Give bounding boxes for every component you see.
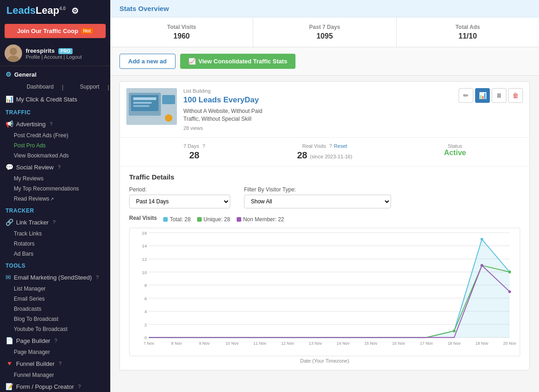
traffic-details: Traffic Details Period: Today Past 7 Day… <box>120 167 529 370</box>
read-reviews-link[interactable]: Read Reviews ↗ <box>0 194 110 204</box>
real-visits-legend-label: Real Visits <box>129 215 157 221</box>
unique-legend-item: Unique: 28 <box>197 216 230 223</box>
real-visits-help-icon[interactable]: ? <box>329 143 332 149</box>
ad-card: List Building 100 Leads EveryDay Without… <box>119 81 530 370</box>
blog-broadcast-link[interactable]: Blog To Broadcast <box>0 314 110 324</box>
sidebar: LeadsLeap4.0 ⚙ Join Our Traffic Coop Hot… <box>0 0 110 392</box>
sidebar-item-link-tracker[interactable]: 🔗 Link Tracker ? <box>0 216 110 229</box>
svg-text:14: 14 <box>142 243 148 248</box>
svg-point-50 <box>508 290 511 293</box>
support-link[interactable]: Support <box>66 82 105 92</box>
chart-container: 02468101214167 Nov8 Nov9 Nov10 Nov11 Nov… <box>129 228 520 356</box>
7-days-stat: 7 Days ? 28 <box>129 143 260 161</box>
edit-ad-button[interactable]: ✏ <box>459 88 473 103</box>
svg-point-10 <box>165 114 172 122</box>
svg-text:13 Nov: 13 Nov <box>309 341 322 346</box>
svg-text:4: 4 <box>144 309 147 314</box>
sidebar-item-page-builder[interactable]: 📄 Page Builder ? <box>0 334 110 347</box>
sidebar-item-form-popup[interactable]: 📝 Form / Popup Creator ? <box>0 380 110 392</box>
status-stat: Status Active <box>390 143 520 161</box>
view-traffic-button[interactable]: 📈 View Consolidated Traffic Stats <box>180 54 295 69</box>
advertising-help[interactable]: ? <box>50 121 52 127</box>
user-info: freespirits PRO Profile | Account | Logo… <box>26 47 106 60</box>
period-select[interactable]: Today Past 7 Days Past 14 Days Past 30 D… <box>129 195 230 208</box>
youtube-broadcast-link[interactable]: Youtube To Broadcast <box>0 324 110 334</box>
past-7-days-cell: Past 7 Days 1095 <box>253 17 396 47</box>
dashboard-link[interactable]: Dashboard <box>13 82 59 92</box>
top-recommendations-link[interactable]: My Top Recommendations <box>0 184 110 194</box>
account-link[interactable]: Account <box>44 54 62 60</box>
total-legend-item: Total: 28 <box>163 216 190 223</box>
svg-point-49 <box>481 264 483 267</box>
svg-text:7 Nov: 7 Nov <box>143 341 154 346</box>
real-visits-value: 28 (since 2023-11-16) <box>260 150 390 161</box>
rotators-link[interactable]: Rotators <box>0 239 110 249</box>
chart-icon: 📈 <box>188 58 196 65</box>
sidebar-item-social-review[interactable]: 💬 Social Review ? <box>0 161 110 174</box>
advertising-icon: 📢 <box>6 120 13 128</box>
broadcasts-link[interactable]: Broadcasts <box>0 304 110 314</box>
page-manager-link[interactable]: Page Manager <box>0 347 110 357</box>
email-marketing-help[interactable]: ? <box>96 274 99 280</box>
sidebar-item-stats[interactable]: 📊 My Click & Credit Stats <box>0 93 110 106</box>
profile-link[interactable]: Profile <box>26 54 40 60</box>
svg-text:17 Nov: 17 Nov <box>420 341 433 346</box>
svg-point-46 <box>453 330 455 332</box>
view-bookmarked-ads-link[interactable]: View Bookmarked Ads <box>0 151 110 161</box>
sidebar-item-advertising[interactable]: 📢 Advertising ? <box>0 118 110 130</box>
svg-text:16 Nov: 16 Nov <box>392 341 405 346</box>
reset-link[interactable]: Reset <box>334 143 347 149</box>
sidebar-item-general[interactable]: ⚙ General <box>0 66 110 81</box>
coop-button[interactable]: Join Our Traffic Coop Hot <box>5 24 106 38</box>
user-name: freespirits PRO <box>26 47 106 54</box>
list-manager-link[interactable]: List Manager <box>0 284 110 294</box>
real-visits-label: Real Visits ? Reset <box>260 143 390 149</box>
add-ad-button[interactable]: Add a new ad <box>119 54 176 69</box>
7-days-value: 28 <box>129 150 260 161</box>
sidebar-item-email-marketing[interactable]: ✉ Email Marketing (SendSteed) ? <box>0 271 110 284</box>
real-visits-legend: Real Visits Total: 28 Unique: 28 Non Mem… <box>129 215 520 224</box>
ad-action-buttons: ✏ 📊 ⏸ 🗑 <box>459 88 523 103</box>
post-credit-ads-link[interactable]: Post Credit Ads (Free) <box>0 130 110 140</box>
svg-text:11 Nov: 11 Nov <box>253 341 267 346</box>
form-popup-help[interactable]: ? <box>78 384 81 389</box>
ad-bars-link[interactable]: Ad Bars <box>0 249 110 259</box>
delete-ad-button[interactable]: 🗑 <box>508 88 523 103</box>
page-builder-label: Page Builder <box>16 337 50 344</box>
post-pro-ads-link[interactable]: Post Pro Ads <box>0 140 110 151</box>
sidebar-item-funnel-builder[interactable]: 🔻 Funnel Builder ? <box>0 357 110 370</box>
page-builder-help[interactable]: ? <box>54 338 57 343</box>
total-ads-value: 11/10 <box>406 32 530 40</box>
total-legend-text: Total: 28 <box>170 216 190 223</box>
nonmember-legend-text: Non Member: 22 <box>243 216 284 223</box>
pro-badge: PRO <box>58 48 73 54</box>
visitor-type-filter-group: Filter By Visitor Type: Show All Members… <box>244 186 391 208</box>
logout-link[interactable]: Logout <box>66 54 82 60</box>
ad-title[interactable]: 100 Leads EveryDay <box>183 95 452 105</box>
funnel-manager-link[interactable]: Funnel Manager <box>0 370 110 380</box>
svg-point-44 <box>481 238 483 241</box>
chart-x-axis-label: Date (Your Timezone) <box>129 358 520 364</box>
7-days-help-icon[interactable]: ? <box>202 143 205 149</box>
stats-ad-button[interactable]: 📊 <box>475 88 490 103</box>
svg-text:9 Nov: 9 Nov <box>199 341 210 346</box>
user-links: Profile | Account | Logout <box>26 54 106 60</box>
link-tracker-label: Link Tracker <box>16 219 49 226</box>
track-links-link[interactable]: Track Links <box>0 229 110 239</box>
funnel-builder-help[interactable]: ? <box>59 361 62 366</box>
svg-text:18 Nov: 18 Nov <box>448 341 461 346</box>
svg-text:8 Nov: 8 Nov <box>171 341 182 346</box>
link-tracker-help[interactable]: ? <box>53 219 56 225</box>
form-popup-label: Form / Popup Creator <box>16 383 74 390</box>
total-ads-label: Total Ads <box>406 24 530 30</box>
email-icon: ✉ <box>6 274 11 281</box>
visitor-type-select[interactable]: Show All Members Only Non Members Only <box>244 195 391 208</box>
stats-label: My Click & Credit Stats <box>16 96 77 103</box>
avatar <box>5 45 22 62</box>
social-review-help[interactable]: ? <box>58 164 61 170</box>
view-traffic-label: View Consolidated Traffic Stats <box>199 58 287 65</box>
pause-ad-button[interactable]: ⏸ <box>492 88 506 103</box>
email-series-link[interactable]: Email Series <box>0 294 110 304</box>
my-reviews-link[interactable]: My Reviews <box>0 174 110 184</box>
svg-text:6: 6 <box>144 296 147 301</box>
